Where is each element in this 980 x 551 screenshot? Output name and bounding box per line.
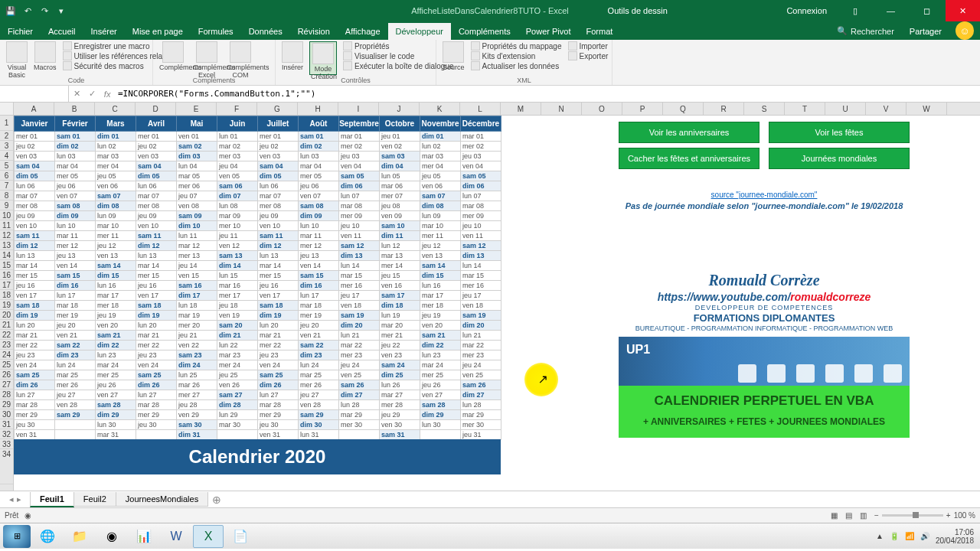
- calendar-cell[interactable]: lun 04: [177, 161, 217, 171]
- calendar-cell[interactable]: mer 08: [258, 201, 299, 211]
- calendar-cell[interactable]: lun 05: [380, 171, 420, 181]
- calendar-cell[interactable]: ven 02: [380, 142, 420, 152]
- calendar-cell[interactable]: ven 17: [136, 291, 177, 301]
- chrome-taskbar-icon[interactable]: ◉: [96, 525, 127, 548]
- row-header[interactable]: 11: [0, 220, 13, 230]
- calendar-cell[interactable]: jeu 27: [299, 390, 339, 400]
- calendar-cell[interactable]: mar 26: [177, 380, 217, 390]
- expansion-packs-button[interactable]: Kits d'extension: [471, 51, 562, 60]
- tray-up-icon[interactable]: ▲: [876, 532, 884, 540]
- calendar-cell[interactable]: sam 04: [15, 161, 55, 171]
- calendar-cell[interactable]: sam 27: [217, 390, 258, 400]
- calendar-cell[interactable]: mar 23: [217, 350, 258, 360]
- calendar-cell[interactable]: ven 24: [136, 360, 177, 370]
- qat-customize-icon[interactable]: ▾: [55, 5, 67, 17]
- calendar-cell[interactable]: ven 23: [380, 350, 420, 360]
- calendar-cell[interactable]: mar 13: [380, 251, 420, 261]
- column-header[interactable]: J: [379, 103, 420, 115]
- ribbon-tab-affichage[interactable]: Affichage: [338, 23, 388, 40]
- calendar-cell[interactable]: dim 10: [177, 221, 217, 231]
- ribbon-options-icon[interactable]: ▯: [838, 0, 872, 21]
- signin-label[interactable]: Connexion: [777, 6, 836, 15]
- calendar-cell[interactable]: ven 14: [55, 261, 96, 271]
- calendar-cell[interactable]: dim 02: [299, 142, 339, 152]
- calendar-cell[interactable]: sam 29: [55, 410, 96, 420]
- calendar-cell[interactable]: mer 01: [136, 132, 177, 142]
- calendar-cell[interactable]: sam 04: [258, 161, 299, 171]
- calendar-cell[interactable]: sam 20: [217, 321, 258, 331]
- calendar-cell[interactable]: ven 05: [217, 171, 258, 181]
- calendar-cell[interactable]: dim 08: [420, 201, 461, 211]
- calendar-cell[interactable]: mar 21: [136, 331, 177, 341]
- calendar-cell[interactable]: jeu 29: [380, 410, 420, 420]
- calendar-cell[interactable]: ven 15: [177, 271, 217, 281]
- calendar-cell[interactable]: mar 29: [339, 410, 380, 420]
- calendar-cell[interactable]: dim 04: [380, 161, 420, 171]
- column-header[interactable]: U: [825, 103, 866, 115]
- calendar-cell[interactable]: mer 16: [339, 281, 380, 291]
- column-header[interactable]: O: [582, 103, 622, 115]
- calendar-cell[interactable]: mer 13: [177, 251, 217, 261]
- calendar-cell[interactable]: dim 30: [299, 420, 339, 430]
- calendar-cell[interactable]: ven 04: [339, 161, 380, 171]
- calendar-cell[interactable]: lun 20: [15, 321, 55, 331]
- calendar-cell[interactable]: mar 24: [420, 360, 461, 370]
- calendar-cell[interactable]: dim 26: [136, 380, 177, 390]
- sheet-tab-journeesmondiales[interactable]: JourneesMondiales: [116, 492, 208, 507]
- youtube-link[interactable]: https://www.youtube.com/romualdcorreze: [619, 291, 910, 303]
- calendar-cell[interactable]: ven 28: [299, 400, 339, 410]
- calendar-cell[interactable]: mer 29: [258, 410, 299, 420]
- calendar-cell[interactable]: lun 02: [420, 142, 461, 152]
- calendar-cell[interactable]: ven 20: [420, 321, 461, 331]
- world-days-button[interactable]: Journées mondiales: [769, 148, 910, 169]
- calendar-cell[interactable]: dim 23: [55, 350, 96, 360]
- calendar-cell[interactable]: ven 26: [217, 380, 258, 390]
- row-header[interactable]: 16: [0, 270, 13, 280]
- column-header[interactable]: I: [338, 103, 379, 115]
- redo-icon[interactable]: ↷: [38, 5, 51, 17]
- calendar-cell[interactable]: jeu 05: [96, 171, 136, 181]
- calendar-cell[interactable]: lun 16: [420, 281, 461, 291]
- worksheet-grid[interactable]: JanvierFévrierMarsAvrilMaiJuinJuilletAoû…: [14, 116, 980, 491]
- calendar-cell[interactable]: sam 18: [258, 301, 299, 311]
- calendar-cell[interactable]: jeu 06: [55, 181, 96, 191]
- calendar-cell[interactable]: mer 07: [380, 191, 420, 201]
- calendar-cell[interactable]: lun 20: [136, 321, 177, 331]
- feedback-smile-icon[interactable]: ☺: [956, 21, 974, 40]
- calendar-cell[interactable]: jeu 24: [461, 360, 501, 370]
- calendar-cell[interactable]: lun 21: [339, 331, 380, 341]
- calendar-cell[interactable]: mar 18: [299, 301, 339, 311]
- calendar-cell[interactable]: dim 29: [96, 410, 136, 420]
- notepad-taskbar-icon[interactable]: 📄: [225, 525, 256, 548]
- word-taskbar-icon[interactable]: W: [161, 525, 191, 548]
- calendar-cell[interactable]: jeu 09: [136, 211, 177, 221]
- calendar-cell[interactable]: jeu 18: [217, 301, 258, 311]
- calendar-cell[interactable]: lun 17: [299, 291, 339, 301]
- minimize-button[interactable]: —: [874, 0, 908, 21]
- calendar-cell[interactable]: lun 16: [96, 281, 136, 291]
- column-header[interactable]: S: [744, 103, 785, 115]
- calendar-cell[interactable]: mar 02: [217, 142, 258, 152]
- calendar-cell[interactable]: mar 19: [177, 311, 217, 321]
- ribbon-tab-fichier[interactable]: Fichier: [0, 23, 41, 40]
- calendar-cell[interactable]: lun 24: [299, 360, 339, 370]
- calendar-cell[interactable]: dim 03: [177, 152, 217, 161]
- calendar-cell[interactable]: jeu 08: [380, 201, 420, 211]
- calendar-cell[interactable]: jeu 16: [136, 281, 177, 291]
- calendar-cell[interactable]: mer 28: [380, 400, 420, 410]
- calendar-cell[interactable]: ven 03: [136, 152, 177, 161]
- calendar-cell[interactable]: dim 29: [420, 410, 461, 420]
- calendar-cell[interactable]: mar 21: [258, 331, 299, 341]
- calendar-cell[interactable]: sam 04: [136, 161, 177, 171]
- calendar-cell[interactable]: ven 18: [461, 301, 501, 311]
- calendar-cell[interactable]: mar 14: [136, 261, 177, 271]
- calendar-cell[interactable]: ven 03: [258, 152, 299, 161]
- calendar-cell[interactable]: sam 15: [55, 271, 96, 281]
- sheet-tab-feuil1[interactable]: Feuil1: [30, 492, 74, 507]
- calendar-cell[interactable]: mer 18: [420, 301, 461, 311]
- view-normal-icon[interactable]: ▦: [831, 511, 838, 520]
- calendar-cell[interactable]: dim 15: [96, 271, 136, 281]
- calendar-cell[interactable]: mer 12: [55, 241, 96, 251]
- calendar-cell[interactable]: mer 06: [177, 181, 217, 191]
- calendar-cell[interactable]: ven 14: [299, 261, 339, 271]
